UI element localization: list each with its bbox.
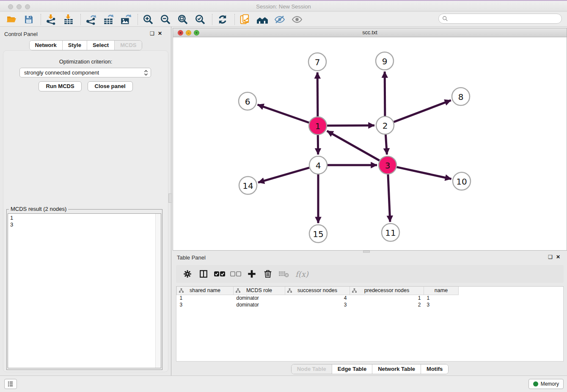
optimization-criterion-label: Optimization criterion: <box>3 58 168 65</box>
column-header-name[interactable]: name <box>424 287 459 295</box>
search-input[interactable] <box>448 16 561 22</box>
mcds-result-textarea[interactable]: 1 3 <box>8 213 161 368</box>
table-panel-title: Table Panel <box>177 254 206 261</box>
table-cell[interactable]: 3 <box>285 301 350 308</box>
table-row[interactable]: 1dominator411 <box>177 295 459 301</box>
hide-selected-icon[interactable] <box>273 14 286 25</box>
panel-divider-handle[interactable] <box>168 193 172 203</box>
run-mcds-button[interactable]: Run MCDS <box>39 81 81 91</box>
edge-1-7[interactable] <box>317 72 318 116</box>
zoom-out-icon[interactable] <box>159 14 172 25</box>
control-panel-body: Optimization criterion: strongly connect… <box>3 50 168 372</box>
float-table-panel-icon[interactable]: ❑ <box>548 254 556 260</box>
tab-motifs[interactable]: Motifs <box>421 364 448 374</box>
node-label-4: 4 <box>316 160 321 171</box>
tab-network-table[interactable]: Network Table <box>372 364 421 374</box>
delete-column-icon[interactable] <box>261 268 275 280</box>
select-all-checkboxes-icon[interactable] <box>212 268 227 280</box>
edge-4-14[interactable] <box>258 168 309 182</box>
import-table-icon[interactable] <box>62 14 75 25</box>
search-icon <box>442 16 448 22</box>
add-column-icon[interactable] <box>245 268 259 280</box>
edge-2-3[interactable] <box>385 135 387 155</box>
zoom-in-icon[interactable] <box>142 14 154 25</box>
close-panel-button[interactable]: Close panel <box>88 81 133 91</box>
network-window-titlebar[interactable]: ✕ − + scc.txt <box>173 28 567 37</box>
node-label-7: 7 <box>315 57 320 67</box>
search-box[interactable] <box>438 14 562 24</box>
node-label-2: 2 <box>383 121 388 131</box>
tab-style[interactable]: Style <box>62 41 87 50</box>
export-table-icon[interactable] <box>102 14 115 25</box>
table-row[interactable]: 3dominator323 <box>177 301 459 308</box>
tab-node-table[interactable]: Node Table <box>292 364 332 374</box>
control-panel-title: Control Panel <box>4 31 38 37</box>
node-table-body: 1dominator4113dominator323 <box>177 295 459 308</box>
mcds-result-groupbox: MCDS result (2 nodes) 1 3 <box>6 209 162 370</box>
session-title: Session: New Session <box>0 3 567 10</box>
zoom-selected-icon[interactable] <box>194 14 206 25</box>
column-header-successor-nodes[interactable]: successor nodes <box>285 287 350 295</box>
node-table[interactable]: shared nameMCDS rolesuccessor nodesprede… <box>176 286 564 362</box>
table-cell[interactable]: 1 <box>424 295 459 301</box>
export-image-icon[interactable] <box>119 14 132 25</box>
save-session-icon[interactable] <box>22 14 35 25</box>
edge-3-11[interactable] <box>388 174 390 222</box>
edge-2-9[interactable] <box>385 72 385 116</box>
tab-network[interactable]: Network <box>30 41 62 50</box>
edge-2-8[interactable] <box>394 100 451 122</box>
toolbar-separator <box>212 14 212 25</box>
network-graph[interactable]: 7968124314101511 <box>173 37 567 250</box>
table-cell[interactable]: 1 <box>177 295 234 301</box>
new-network-file-icon[interactable] <box>239 14 251 25</box>
column-header-shared-name[interactable]: shared name <box>177 287 234 295</box>
column-selector-icon[interactable] <box>196 268 211 280</box>
column-header-predecessor-nodes[interactable]: predecessor nodes <box>350 287 424 295</box>
node-label-15: 15 <box>313 229 323 239</box>
table-cell[interactable]: 3 <box>177 301 234 308</box>
table-cell[interactable]: dominator <box>234 295 285 301</box>
tab-mcds[interactable]: MCDS <box>114 41 142 50</box>
open-session-icon[interactable] <box>5 14 18 25</box>
table-cell[interactable]: 2 <box>350 301 424 308</box>
node-label-8: 8 <box>458 92 464 102</box>
toolbar-separator <box>138 14 138 25</box>
import-network-icon[interactable] <box>45 14 58 25</box>
result-scrollbar[interactable] <box>155 214 161 368</box>
table-cell[interactable]: 3 <box>424 301 459 308</box>
toolbar-separator <box>41 14 41 25</box>
edge-1-6[interactable] <box>258 105 309 122</box>
app-titlebar: Session: New Session <box>0 0 567 11</box>
table-tabs: Node TableEdge TableNetwork TableMotifs <box>173 364 567 374</box>
delete-table-icon[interactable] <box>277 268 291 280</box>
show-all-networks-icon[interactable] <box>256 14 269 25</box>
tab-select[interactable]: Select <box>87 41 114 50</box>
float-panel-icon[interactable]: ❑ <box>150 30 158 36</box>
table-options-gear-icon[interactable] <box>180 268 195 280</box>
column-header-MCDS-role[interactable]: MCDS role <box>234 287 285 295</box>
edge-1-2[interactable] <box>327 125 374 126</box>
node-label-10: 10 <box>456 177 467 187</box>
list-icon <box>7 380 14 388</box>
apply-layout-icon[interactable] <box>216 14 229 25</box>
toolbar-separator <box>234 14 235 25</box>
deselect-all-checkboxes-icon[interactable] <box>228 268 243 280</box>
eye-icon[interactable] <box>291 14 303 25</box>
table-cell[interactable]: 1 <box>350 295 424 301</box>
close-table-panel-icon[interactable]: ✕ <box>556 254 564 260</box>
table-cell[interactable]: 4 <box>285 295 350 301</box>
memory-button[interactable]: Memory <box>528 379 564 389</box>
edge-3-10[interactable] <box>396 167 451 179</box>
memory-label: Memory <box>541 381 559 387</box>
edge-3-1[interactable] <box>327 131 380 160</box>
function-builder-icon[interactable]: f(x) <box>295 270 308 279</box>
criterion-select[interactable]: strongly connected component <box>19 68 151 77</box>
table-cell[interactable]: dominator <box>234 301 285 308</box>
tab-edge-table[interactable]: Edge Table <box>332 364 372 374</box>
show-panels-list-button[interactable] <box>4 379 17 389</box>
export-network-icon[interactable] <box>85 14 97 25</box>
node-label-11: 11 <box>385 228 396 238</box>
close-panel-icon[interactable]: ✕ <box>158 30 165 36</box>
zoom-fit-icon[interactable] <box>176 14 189 25</box>
select-stepper-icon <box>144 70 148 76</box>
